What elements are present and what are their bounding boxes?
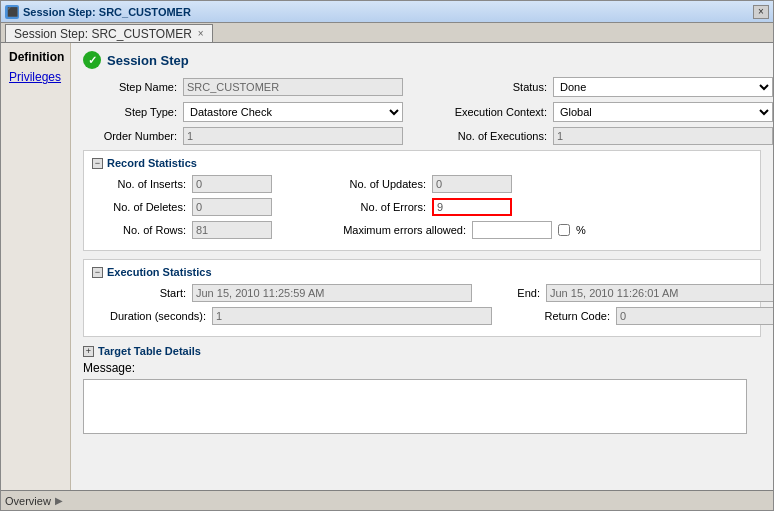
errors-input[interactable] [432,198,512,216]
step-name-input[interactable] [183,78,403,96]
deletes-input[interactable] [192,198,272,216]
start-col: Start: [92,284,472,302]
execution-statistics-header[interactable]: − Execution Statistics [92,266,752,278]
deletes-errors-row: No. of Deletes: No. of Errors: [92,198,752,216]
target-table-title: Target Table Details [98,345,201,357]
rows-input[interactable] [192,221,272,239]
scroll-right-arrow[interactable]: ▶ [55,495,63,506]
section-title: Session Step [107,53,189,68]
tab-session-step[interactable]: Session Step: SRC_CUSTOMER × [5,24,213,42]
order-number-col: Order Number: [83,127,403,145]
return-code-col: Return Code: [526,307,773,325]
form-row-step-name: Step Name: Status: Done [83,77,761,97]
overview-label: Overview [5,495,51,507]
rows-label: No. of Rows: [92,224,192,236]
duration-label: Duration (seconds): [92,310,212,322]
max-errors-label: Maximum errors allowed: [332,224,472,236]
content-area: ✓ Session Step Step Name: Status: Done [71,43,773,490]
percent-checkbox[interactable] [558,224,570,236]
window-icon: ⬛ [5,5,19,19]
title-bar: ⬛ Session Step: SRC_CUSTOMER × [1,1,773,23]
target-table-header[interactable]: + Target Table Details [83,345,761,357]
inserts-label: No. of Inserts: [92,178,192,190]
tab-bar: Session Step: SRC_CUSTOMER × [1,23,773,43]
step-name-col: Step Name: [83,77,403,97]
main-window: ⬛ Session Step: SRC_CUSTOMER × Session S… [0,0,774,511]
deletes-label: No. of Deletes: [92,201,192,213]
start-input[interactable] [192,284,472,302]
main-area: Definition Privileges ✓ Session Step Ste… [1,43,773,490]
message-textarea[interactable] [83,379,747,434]
start-label: Start: [92,287,192,299]
collapse-record-stats-icon[interactable]: − [92,158,103,169]
max-errors-col: Maximum errors allowed: % [332,221,586,239]
form-row-step-type: Step Type: Datastore Check Execution Con… [83,102,761,122]
return-code-input[interactable] [616,307,773,325]
return-code-label: Return Code: [526,310,616,322]
execution-context-select[interactable]: Global [553,102,773,122]
no-of-executions-label: No. of Executions: [453,130,553,142]
bottom-bar: Overview ▶ [1,490,773,510]
section-header: ✓ Session Step [83,51,761,69]
execution-statistics-section: − Execution Statistics Start: End: [83,259,761,337]
message-section: Message: [83,361,761,375]
start-end-row: Start: End: [92,284,752,302]
message-label: Message: [83,361,135,375]
record-statistics-header[interactable]: − Record Statistics [92,157,752,169]
updates-label: No. of Updates: [332,178,432,190]
execution-statistics-title: Execution Statistics [107,266,212,278]
execution-context-col: Execution Context: Global [453,102,773,122]
status-select[interactable]: Done [553,77,773,97]
tab-label: Session Step: SRC_CUSTOMER [14,27,192,41]
order-number-label: Order Number: [83,130,183,142]
updates-col: No. of Updates: [332,175,512,193]
updates-input[interactable] [432,175,512,193]
duration-col: Duration (seconds): [92,307,492,325]
check-icon: ✓ [83,51,101,69]
step-type-select[interactable]: Datastore Check [183,102,403,122]
max-errors-input[interactable] [472,221,552,239]
percent-label: % [576,224,586,236]
tab-close-button[interactable]: × [198,28,204,39]
collapse-exec-stats-icon[interactable]: − [92,267,103,278]
end-label: End: [506,287,546,299]
step-type-col: Step Type: Datastore Check [83,102,403,122]
status-label: Status: [453,81,553,93]
no-of-executions-col: No. of Executions: [453,127,773,145]
deletes-col: No. of Deletes: [92,198,272,216]
duration-returncode-row: Duration (seconds): Return Code: [92,307,752,325]
rows-col: No. of Rows: [92,221,272,239]
sidebar: Definition Privileges [1,43,71,490]
errors-col: No. of Errors: [332,198,512,216]
expand-target-table-icon[interactable]: + [83,346,94,357]
window-close-button[interactable]: × [753,5,769,19]
record-statistics-section: − Record Statistics No. of Inserts: No. … [83,150,761,251]
title-bar-text: Session Step: SRC_CUSTOMER [23,6,753,18]
status-col: Status: Done [453,77,773,97]
inserts-updates-row: No. of Inserts: No. of Updates: [92,175,752,193]
end-col: End: [506,284,773,302]
step-name-label: Step Name: [83,81,183,93]
no-of-executions-input[interactable] [553,127,773,145]
step-type-label: Step Type: [83,106,183,118]
form-row-order: Order Number: No. of Executions: [83,127,761,145]
order-number-input[interactable] [183,127,403,145]
duration-input[interactable] [212,307,492,325]
inserts-input[interactable] [192,175,272,193]
end-input[interactable] [546,284,773,302]
execution-context-label: Execution Context: [453,106,553,118]
sidebar-item-privileges[interactable]: Privileges [1,67,70,87]
errors-label: No. of Errors: [332,201,432,213]
inserts-col: No. of Inserts: [92,175,272,193]
record-statistics-title: Record Statistics [107,157,197,169]
rows-maxerrors-row: No. of Rows: Maximum errors allowed: % [92,221,752,239]
sidebar-item-definition[interactable]: Definition [1,47,70,67]
